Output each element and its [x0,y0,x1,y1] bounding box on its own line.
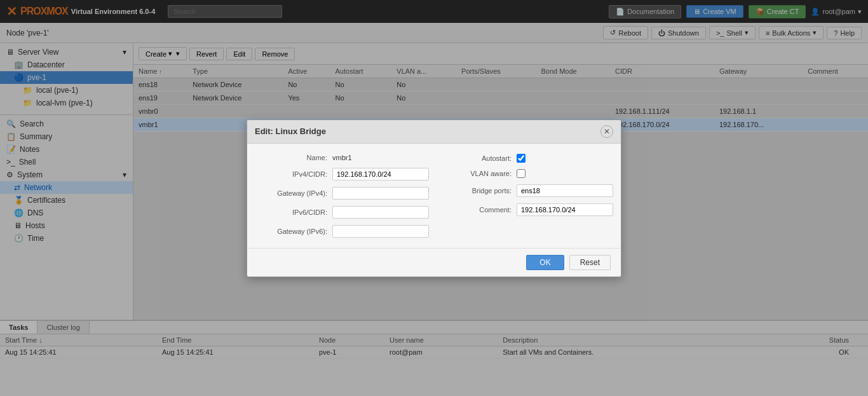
reset-button[interactable]: Reset [569,255,611,270]
form-row-autostart: Autostart: [442,154,613,163]
ipv6-label: IPv6/CIDR: [257,208,327,216]
modal-overlay: Edit: Linux Bridge ✕ Name: vmbr1 IPv4/CI… [0,0,868,396]
gateway-ipv6-input[interactable] [332,225,429,238]
modal-footer: OK Reset [247,248,621,277]
autostart-label: Autostart: [442,154,512,162]
ipv6-input[interactable] [332,206,429,219]
vlan-aware-checkbox[interactable] [517,169,526,178]
ipv4-input[interactable] [332,168,429,181]
ok-button[interactable]: OK [526,255,564,270]
vlan-aware-label: VLAN aware: [442,170,512,177]
form-row-gateway-ipv4: Gateway (IPv4): [257,187,429,200]
modal-left-col: Name: vmbr1 IPv4/CIDR: Gateway (IPv4): I… [257,154,429,238]
gateway-ipv6-label: Gateway (IPv6): [257,228,327,235]
name-label: Name: [257,154,327,161]
form-row-bridge-ports: Bridge ports: [442,184,613,197]
modal-body: Name: vmbr1 IPv4/CIDR: Gateway (IPv4): I… [247,144,621,248]
ipv4-label: IPv4/CIDR: [257,170,327,178]
modal-right-col: Autostart: VLAN aware: Bridge ports: Com… [442,154,613,238]
bridge-ports-input[interactable] [517,184,613,197]
modal-title: Edit: Linux Bridge [255,126,326,136]
autostart-checkbox[interactable] [517,154,526,163]
name-value: vmbr1 [332,154,352,161]
bridge-ports-label: Bridge ports: [442,187,512,195]
form-row-vlan: VLAN aware: [442,169,613,178]
form-row-ipv6: IPv6/CIDR: [257,206,429,219]
form-row-name: Name: vmbr1 [257,154,429,161]
edit-linux-bridge-modal: Edit: Linux Bridge ✕ Name: vmbr1 IPv4/CI… [247,119,621,277]
modal-header: Edit: Linux Bridge ✕ [247,120,621,144]
modal-close-button[interactable]: ✕ [600,125,613,138]
comment-input[interactable] [517,203,613,216]
form-row-ipv4: IPv4/CIDR: [257,168,429,181]
gateway-ipv4-input[interactable] [332,187,429,200]
gateway-ipv4-label: Gateway (IPv4): [257,189,327,197]
comment-label: Comment: [442,206,512,214]
form-row-gateway-ipv6: Gateway (IPv6): [257,225,429,238]
form-row-comment: Comment: [442,203,613,216]
